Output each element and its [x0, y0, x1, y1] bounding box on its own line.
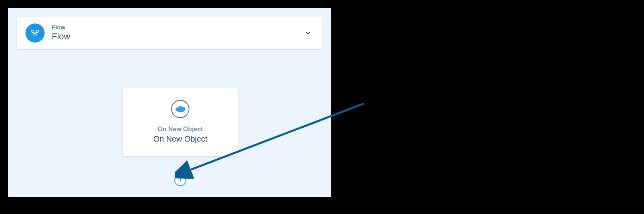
flow-title: Flow	[52, 31, 302, 43]
trigger-node-card[interactable]: On New Object On New Object	[123, 88, 238, 156]
plus-icon: +	[178, 176, 183, 184]
svg-rect-0	[32, 30, 34, 33]
flow-header-dropdown[interactable]: Flow Flow	[17, 17, 322, 49]
node-title: On New Object	[153, 133, 207, 144]
flow-type-label: Flow	[52, 24, 302, 31]
flow-icon	[25, 23, 45, 43]
chevron-down-icon	[302, 27, 314, 39]
node-type-label: On New Object	[158, 125, 203, 134]
svg-rect-1	[36, 30, 39, 33]
connector-line	[180, 156, 180, 176]
svg-point-7	[180, 109, 184, 112]
salesforce-icon	[171, 100, 189, 118]
flow-canvas[interactable]: Flow Flow On New Object On New Object +	[8, 8, 331, 197]
flow-header-text: Flow Flow	[52, 24, 302, 43]
add-step-button[interactable]: +	[174, 174, 186, 186]
svg-rect-2	[34, 34, 36, 36]
